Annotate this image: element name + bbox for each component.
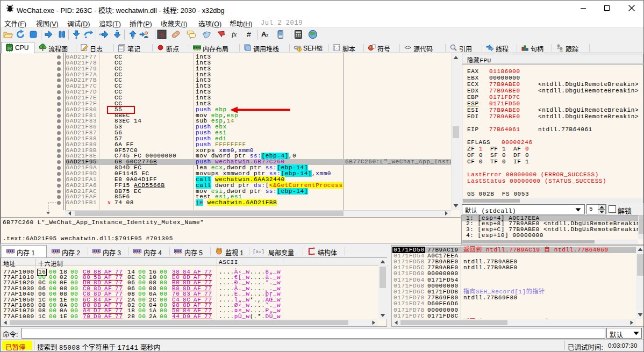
svg-text:#: # xyxy=(247,30,251,39)
svg-text:fx: fx xyxy=(232,30,237,38)
svg-text:!: ! xyxy=(299,48,300,52)
svg-text:z: z xyxy=(266,33,269,38)
svg-text:[x=]: [x=] xyxy=(253,249,264,255)
svg-text:<>: <> xyxy=(404,45,411,51)
svg-text:32: 32 xyxy=(7,46,11,51)
svg-text:S: S xyxy=(160,31,163,39)
svg-text:[:]: [:] xyxy=(333,46,340,50)
